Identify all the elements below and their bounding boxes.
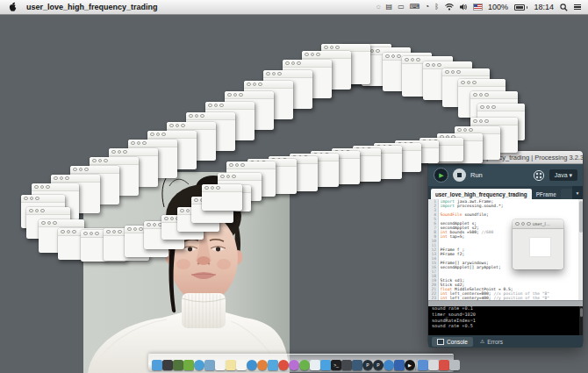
dock-icon-photos-flower[interactable] — [289, 360, 299, 370]
dock-icon-maps[interactable] — [310, 360, 320, 370]
dock-icon-stack[interactable] — [428, 360, 439, 370]
mini-window-titlebar — [263, 70, 312, 78]
dock-icon-processing-b[interactable]: P — [373, 360, 384, 370]
ide-footer: Console ⚠ Errors — [428, 335, 583, 348]
console-output: sound rate +0.1timer_sound=1020soundRate… — [428, 306, 583, 335]
keyboard-icon[interactable]: ⌨ — [410, 0, 420, 14]
dock-icon-mail[interactable] — [204, 360, 215, 370]
console-icon — [437, 339, 444, 345]
dock-icon-terminal[interactable]: >_ — [331, 360, 341, 370]
mini-window-titlebar — [442, 68, 490, 76]
console-label: Console — [447, 339, 468, 345]
dock-icon-quicktime[interactable] — [384, 360, 394, 370]
dock-icon-downloads-folder[interactable] — [418, 360, 428, 370]
mini-window-titlebar — [26, 207, 70, 215]
dock-icon-notes[interactable] — [226, 360, 236, 370]
camera-icon[interactable]: ▤ — [386, 0, 393, 14]
sync-icon[interactable]: ◌ — [376, 0, 381, 14]
active-app-name[interactable]: user_love_high_frequency_trading — [26, 3, 158, 11]
mini-window-titlebar — [147, 131, 197, 139]
tab-user_love_high_frequency_trading[interactable]: user_love_high_frequency_trading — [431, 189, 532, 199]
bluetooth-icon[interactable]: ᛒ — [434, 0, 439, 14]
mini-window-titlebar — [225, 91, 274, 99]
code-line: 23int left_centery=400; //y position of … — [428, 296, 583, 300]
apple-menu[interactable] — [8, 2, 18, 12]
notification-center-icon[interactable] — [574, 4, 581, 11]
run-label: Run — [470, 171, 483, 179]
dock-icon-app-store[interactable] — [247, 360, 257, 370]
dock-icon-trash[interactable] — [449, 360, 460, 370]
mini-window-titlebar — [477, 104, 525, 111]
dock-icon-chrome[interactable] — [278, 360, 289, 370]
tab-overflow-button[interactable]: ▼ — [572, 186, 583, 199]
dock-icon-orange-app[interactable] — [257, 360, 268, 370]
minimize-icon[interactable] — [521, 222, 526, 226]
tab-console[interactable]: Console — [432, 337, 473, 347]
mini-window-titlebar — [458, 79, 506, 87]
mini-window-titlebar — [202, 184, 242, 192]
run-button[interactable]: ▶ — [434, 168, 448, 183]
console-line: soundRateIndex=1 — [432, 318, 583, 324]
spotlight-icon[interactable] — [560, 4, 568, 11]
mini-window[interactable] — [202, 184, 242, 211]
dock-icon-play-app[interactable]: ▶ — [405, 360, 415, 370]
dock-icon-photos-dark[interactable] — [162, 360, 173, 370]
stop-button[interactable] — [453, 169, 466, 182]
mini-window-titlebar — [70, 166, 119, 174]
debug-icon[interactable] — [533, 169, 545, 182]
dock-icon-calendar[interactable] — [215, 360, 226, 370]
sketch-output-titlebar[interactable]: user_l… — [513, 219, 563, 229]
mini-window-titlebar — [32, 183, 79, 191]
mini-window-titlebar — [283, 60, 332, 68]
sketch-output-window[interactable]: user_l… — [513, 219, 563, 269]
dock-icon-chat[interactable] — [320, 360, 331, 370]
code-scrollbar[interactable] — [578, 199, 583, 300]
ide-toolbar: ▶ Run Java ▾ — [428, 164, 583, 186]
display-icon[interactable]: ▭ — [398, 0, 405, 14]
dock-icon-green-app[interactable] — [183, 360, 194, 370]
mini-window-titlebar — [39, 219, 84, 227]
mini-window-titlebar — [51, 175, 100, 183]
zoom-icon[interactable] — [527, 222, 531, 226]
input-source-flag-icon[interactable] — [474, 4, 482, 10]
dock-icon-media-app[interactable] — [173, 360, 183, 370]
wifi-icon[interactable] — [445, 4, 454, 11]
volume-icon[interactable] — [460, 4, 468, 11]
dock: >_PP▶ — [148, 354, 454, 372]
dock-icon-textedit[interactable] — [236, 360, 247, 370]
tab-PFrame[interactable]: PFrame — [532, 189, 561, 199]
mini-window-titlebar — [167, 122, 216, 130]
dock-icon-messages[interactable] — [268, 360, 278, 370]
tab-errors[interactable]: ⚠ Errors — [475, 337, 508, 347]
mode-dropdown[interactable]: Java ▾ — [549, 169, 577, 181]
console-line: timer_sound=1020 — [432, 312, 583, 318]
console-scrollbar[interactable] — [579, 306, 583, 335]
battery-icon — [514, 4, 528, 11]
mini-window-titlebar — [470, 118, 518, 126]
mini-window-titlebar — [470, 91, 518, 99]
dock-icon-green-sphere[interactable] — [299, 360, 310, 370]
battery-percent: 100% — [488, 3, 508, 11]
dock-icon-processing-a[interactable]: P — [362, 360, 373, 370]
ide-tabbar: user_love_high_frequency_tradingPFrame▼ — [428, 186, 583, 199]
mini-window-titlebar — [109, 148, 158, 156]
desktop: user_love_high_frequency_trading | Proce… — [0, 0, 588, 373]
dock-icon-finder[interactable] — [152, 360, 162, 370]
mini-window-titlebar — [226, 161, 276, 169]
mini-window-titlebar — [186, 112, 235, 120]
clock-time[interactable]: 18:14 — [534, 3, 554, 11]
dock-icon-camera-app[interactable] — [394, 360, 405, 370]
warning-icon: ⚠ — [480, 339, 484, 344]
mini-window-titlebar — [205, 102, 255, 110]
dock-icon-red-app[interactable] — [439, 360, 449, 370]
mini-window-titlebar — [302, 51, 351, 59]
dock-icon-safari[interactable] — [194, 360, 204, 370]
dock-icon-utilities[interactable] — [352, 360, 362, 370]
mini-window-titlebar — [244, 81, 293, 89]
clock-icon[interactable]: ◔ — [425, 0, 429, 14]
sketch-canvas-square — [530, 238, 550, 256]
mini-window-titlebar — [218, 173, 262, 181]
mini-window-titlebar — [128, 140, 177, 147]
dock-icon-display-pref[interactable] — [341, 360, 352, 370]
close-icon[interactable] — [515, 222, 520, 226]
